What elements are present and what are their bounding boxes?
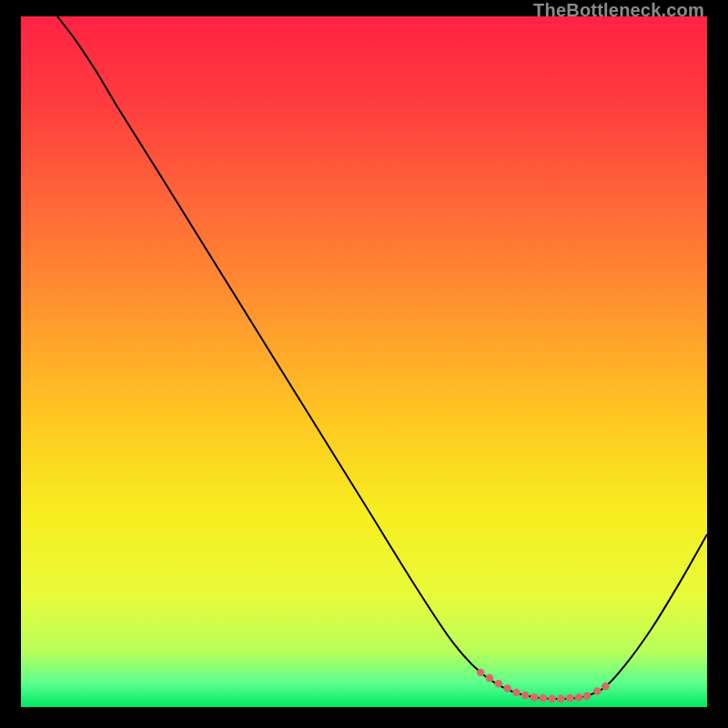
optimal-marker (575, 693, 583, 702)
optimal-marker (503, 684, 511, 693)
gradient-background (21, 16, 707, 707)
optimal-marker (531, 693, 539, 702)
optimal-marker (602, 682, 610, 691)
optimal-marker (512, 689, 521, 697)
optimal-marker (593, 687, 602, 695)
optimal-marker (486, 674, 494, 682)
watermark-text: TheBottleneck.com (533, 0, 704, 21)
optimal-marker (566, 694, 574, 703)
optimal-marker (583, 693, 592, 701)
optimal-marker (557, 695, 565, 703)
optimal-marker (539, 694, 547, 703)
optimal-marker (477, 669, 485, 677)
optimal-marker (521, 692, 530, 700)
optimal-marker (494, 680, 502, 688)
bottleneck-chart (21, 16, 707, 707)
chart-frame (21, 16, 707, 707)
optimal-marker (548, 695, 556, 703)
